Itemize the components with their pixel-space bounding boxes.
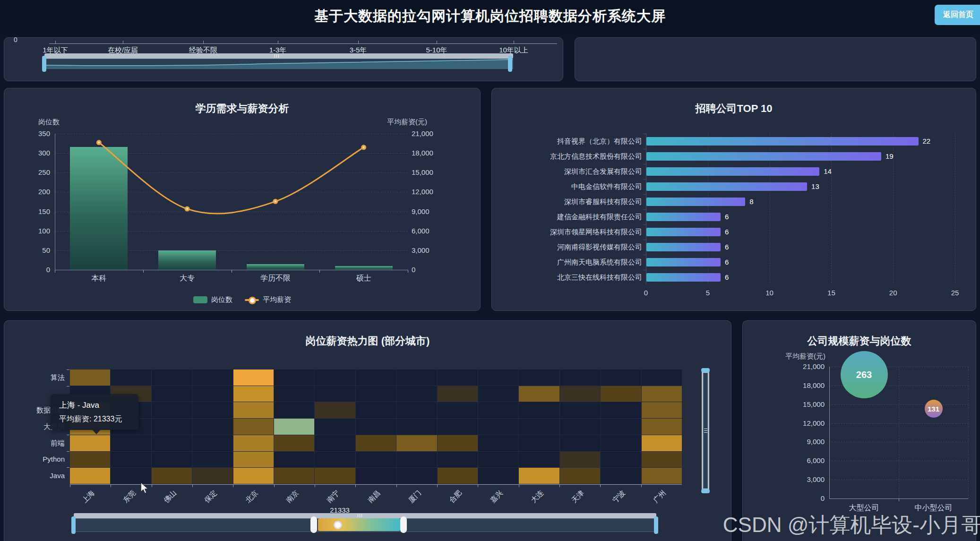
heatmap-cell[interactable] xyxy=(396,419,437,435)
heatmap-cell[interactable] xyxy=(478,386,518,402)
heatmap-cell[interactable] xyxy=(315,452,355,468)
heatmap-cell[interactable] xyxy=(111,369,151,386)
scatter-bubble[interactable]: 131 xyxy=(925,400,943,418)
heatmap-cell[interactable] xyxy=(519,386,559,402)
company-bar[interactable] xyxy=(646,273,721,282)
heatmap-cell[interactable] xyxy=(438,386,478,402)
heatmap-cell[interactable] xyxy=(274,369,314,386)
datazoom-grip-icon[interactable] xyxy=(275,54,279,58)
heatmap-cell[interactable] xyxy=(152,468,192,484)
heatmap-cell[interactable] xyxy=(560,386,600,402)
heatmap-cell[interactable] xyxy=(356,468,396,484)
heatmap-cell[interactable] xyxy=(642,468,682,484)
heatmap-cell[interactable] xyxy=(274,452,314,468)
heatmap-cell[interactable] xyxy=(356,402,396,418)
heatmap-cell[interactable] xyxy=(519,402,559,418)
heatmap-cell[interactable] xyxy=(152,369,192,386)
heatmap-cell[interactable] xyxy=(111,468,151,484)
heatmap-cell[interactable] xyxy=(192,386,232,402)
heatmap-cell[interactable] xyxy=(233,435,274,451)
heatmap-cell[interactable] xyxy=(601,452,641,468)
salary-line-point[interactable] xyxy=(273,199,278,204)
heatmap-cell[interactable] xyxy=(315,369,355,386)
education-bar[interactable] xyxy=(70,147,128,270)
back-home-button[interactable]: 返回首页 xyxy=(935,5,980,25)
heatmap-cell[interactable] xyxy=(519,435,559,451)
datazoom-handle-left[interactable] xyxy=(42,56,46,72)
vertical-datazoom-handle-top[interactable] xyxy=(701,368,710,372)
heatmap-cell[interactable] xyxy=(438,419,478,435)
heatmap-cell[interactable] xyxy=(519,419,559,435)
salary-line-point[interactable] xyxy=(96,140,102,145)
heatmap-cell[interactable] xyxy=(233,468,274,484)
heatmap-cell[interactable] xyxy=(601,402,641,418)
legend-item-salary[interactable]: 平均薪资 xyxy=(245,295,291,304)
heatmap-cell[interactable] xyxy=(642,419,682,435)
heatmap-cell[interactable] xyxy=(478,402,518,418)
heatmap-cell[interactable] xyxy=(519,452,559,468)
heatmap-cell[interactable] xyxy=(152,452,192,468)
heatmap-cell[interactable] xyxy=(192,369,232,386)
heatmap-cell[interactable] xyxy=(192,468,232,484)
company-bar[interactable] xyxy=(646,243,721,251)
horizontal-datazoom-rail[interactable] xyxy=(74,513,656,518)
heatmap-cell[interactable] xyxy=(560,435,600,451)
salary-line-point[interactable] xyxy=(361,145,366,150)
heatmap-cell[interactable] xyxy=(601,435,641,451)
heatmap-cell[interactable] xyxy=(560,402,600,418)
education-bar[interactable] xyxy=(247,264,304,270)
heatmap-cell[interactable] xyxy=(396,386,437,402)
heatmap-cell[interactable] xyxy=(192,452,232,468)
vertical-datazoom-grip-icon[interactable] xyxy=(704,429,707,433)
heatmap-cell[interactable] xyxy=(478,452,518,468)
company-bar[interactable] xyxy=(646,198,745,206)
heatmap-cell[interactable] xyxy=(192,435,232,451)
scatter-bubble[interactable]: 263 xyxy=(841,351,888,398)
heatmap-cell[interactable] xyxy=(233,402,274,418)
heatmap-cell[interactable] xyxy=(601,369,641,386)
heatmap-cell[interactable] xyxy=(356,435,396,451)
heatmap-cell[interactable] xyxy=(70,452,110,468)
heatmap-cell[interactable] xyxy=(315,419,355,435)
legend-item-jobs[interactable]: 岗位数 xyxy=(193,295,232,304)
heatmap-cell[interactable] xyxy=(478,435,518,451)
heatmap-cell[interactable] xyxy=(356,386,396,402)
company-bar[interactable] xyxy=(646,167,819,176)
heatmap-cell[interactable] xyxy=(70,435,110,451)
heatmap-cell[interactable] xyxy=(152,419,192,435)
heatmap-cell[interactable] xyxy=(274,402,314,418)
heatmap-cell[interactable] xyxy=(642,402,682,418)
heatmap-cell[interactable] xyxy=(233,369,274,386)
heatmap-cell[interactable] xyxy=(438,435,478,451)
education-bar[interactable] xyxy=(335,266,393,270)
heatmap-cell[interactable] xyxy=(356,419,396,435)
heatmap-cell[interactable] xyxy=(642,386,682,402)
heatmap-cell[interactable] xyxy=(396,435,437,451)
heatmap-cell[interactable] xyxy=(519,468,559,484)
heatmap-cell[interactable] xyxy=(601,419,641,435)
heatmap-cell[interactable] xyxy=(233,419,274,435)
horizontal-datazoom-handle-left[interactable] xyxy=(71,516,76,534)
heatmap-cell[interactable] xyxy=(560,452,600,468)
heatmap-cell[interactable] xyxy=(315,402,355,418)
datazoom-handle-right[interactable] xyxy=(508,56,512,72)
heatmap-cell[interactable] xyxy=(111,452,151,468)
company-bar[interactable] xyxy=(646,258,721,266)
heatmap-cell[interactable] xyxy=(356,369,396,386)
heatmap-cell[interactable] xyxy=(642,435,682,451)
heatmap-cell[interactable] xyxy=(519,369,559,386)
heatmap-cell[interactable] xyxy=(233,386,274,402)
heatmap-cell[interactable] xyxy=(315,386,355,402)
visualmap-gradient-bar[interactable] xyxy=(318,518,400,531)
heatmap-cell[interactable] xyxy=(192,419,232,435)
salary-line-point[interactable] xyxy=(185,206,190,212)
heatmap-cell[interactable] xyxy=(396,468,437,484)
heatmap-cell[interactable] xyxy=(438,402,478,418)
heatmap-cell[interactable] xyxy=(70,369,110,386)
vertical-datazoom-handle-bottom[interactable] xyxy=(701,489,710,493)
visualmap-handle-left[interactable] xyxy=(310,516,317,533)
heatmap-cell[interactable] xyxy=(642,369,682,386)
heatmap-cell[interactable] xyxy=(478,468,518,484)
heatmap-cell[interactable] xyxy=(356,452,396,468)
company-bar[interactable] xyxy=(646,152,881,161)
